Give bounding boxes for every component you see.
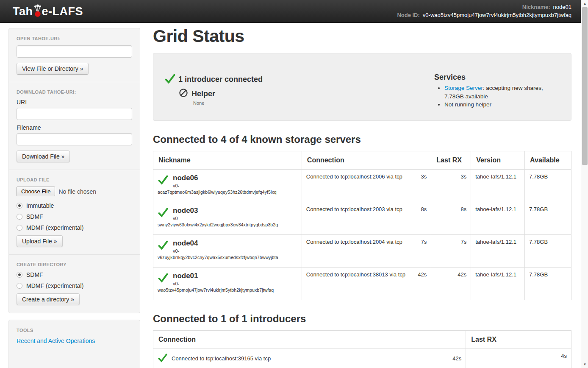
available-cell: 7.78GB (525, 268, 571, 300)
top-navbar: Tahe-LAFS Nickname: node01 Node ID: v0-w… (0, 0, 588, 23)
connected-check-icon (158, 240, 169, 252)
table-row: node01 v0- wao5tzv45pmoju47jow7rvl4ukirj… (153, 268, 571, 300)
view-file-button[interactable]: View File or Directory » (17, 63, 89, 75)
last-rx-cell: 7s (431, 235, 471, 268)
tools-panel: TOOLS Recent and Active Operations (8, 320, 140, 368)
page-title: Grid Status (153, 26, 571, 46)
create-directory-heading: CREATE DIRECTORY (17, 262, 132, 267)
radio-icon[interactable] (17, 214, 22, 220)
storage-server-link[interactable]: Storage Server (444, 85, 483, 91)
node-hash: acaz7qptmeo6m3asjlgkb6iwlyuqey53hz26tbdm… (158, 190, 297, 195)
filename-field-label: Filename (17, 124, 132, 131)
dir-format-sdmf[interactable]: SDMF (17, 271, 132, 278)
introducer-status-text: 1 introducer connected (178, 75, 263, 84)
upload-format-mdmf[interactable]: MDMF (experimental) (17, 224, 132, 231)
node-hash: wao5tzv45pmoju47jow7rvl4ukirjm5ytbh2kjty… (158, 287, 297, 293)
col-nickname: Nickname (153, 151, 302, 170)
section-divider (9, 254, 140, 255)
upload-format-immutable[interactable]: Immutable (17, 202, 132, 209)
recent-operations-link[interactable]: Recent and Active Operations (17, 337, 95, 344)
open-uri-input[interactable] (17, 45, 132, 58)
col-available: Available (525, 151, 571, 170)
service-storage-item: Storage Server: accepting new shares, 7.… (444, 84, 563, 100)
upload-format-sdmf[interactable]: SDMF (17, 213, 132, 220)
last-rx-cell: 3s (431, 170, 471, 202)
tahoe-lafs-app: Tahe-LAFS Nickname: node01 Node ID: v0-w… (0, 0, 588, 368)
scrollbar[interactable]: ▲ ▼ (581, 0, 588, 368)
available-cell: 7.78GB (525, 235, 571, 268)
helper-title: Helper (191, 89, 215, 98)
scroll-down-arrow[interactable]: ▼ (581, 361, 588, 368)
last-rx-cell: 4s (466, 349, 571, 368)
nickname-cell: node04 v0- v6zuyjkbrrkqy2bvc2cny7qwax5sx… (153, 235, 302, 268)
table-row: Connected to tcp:localhost:39165 via tcp… (153, 349, 571, 368)
create-directory-section: CREATE DIRECTORY SDMF MDMF (experimental… (17, 262, 132, 305)
brand-text-post: e-LAFS (42, 5, 83, 18)
version-cell: tahoe-lafs/1.12.1 (471, 268, 525, 300)
col-last-rx: Last RX (466, 331, 571, 349)
connected-check-icon (158, 207, 169, 219)
helper-disabled-icon (179, 88, 188, 99)
nickname-cell: node06 v0- acaz7qptmeo6m3asjlgkb6iwlyuqe… (153, 170, 302, 202)
download-file-button[interactable]: Download File » (17, 151, 70, 162)
radio-icon[interactable] (17, 225, 22, 231)
services-panel: Services Storage Server: accepting new s… (434, 73, 563, 113)
nickname-value: node01 (553, 3, 571, 11)
connected-check-icon (158, 272, 169, 284)
connection-cell: Connected to tcp:localhost:2003 via tcp8… (302, 202, 431, 235)
node-id-value: v0-wao5tzv45pmoju47jow7rvl4ukirjm5ytbh2k… (423, 11, 571, 19)
helper-value: None (193, 100, 434, 106)
scroll-up-arrow[interactable]: ▲ (581, 0, 588, 7)
app-logo[interactable]: Tahe-LAFS (13, 0, 83, 23)
table-header-row: Connection Last RX (153, 331, 571, 349)
download-uri-input[interactable] (17, 108, 132, 120)
table-row: node04 v0- v6zuyjkbrrkqy2bvc2cny7qwax5sx… (153, 235, 571, 268)
services-heading: Services (434, 73, 563, 82)
dir-format-mdmf[interactable]: MDMF (experimental) (17, 282, 132, 289)
col-version: Version (471, 151, 525, 170)
connection-cell: Connected to tcp:localhost:39165 via tcp… (153, 349, 466, 368)
col-connection: Connection (153, 331, 466, 349)
version-cell: tahoe-lafs/1.12.1 (471, 235, 525, 268)
nickname-cell: node03 v0- swny2viyw63ofxwi4x2yykd2woqjb… (153, 202, 302, 235)
status-summary-well: 1 introducer connected Helper None Servi… (153, 53, 571, 121)
table-header-row: Nickname Connection Last RX Version Avai… (153, 151, 571, 170)
available-cell: 7.78GB (525, 202, 571, 235)
upload-file-section: UPLOAD FILE Choose File No file chosen I… (17, 177, 132, 247)
node-hash: v6zuyjkbrrkqy2bvc2cny7qwax5sxumedsxfzfjw… (158, 255, 297, 260)
scrollbar-thumb[interactable] (582, 7, 588, 165)
upload-file-button[interactable]: Upload File » (17, 235, 63, 247)
radio-icon[interactable] (17, 283, 22, 289)
brand-text-pre: Tah (13, 5, 33, 18)
create-directory-button[interactable]: Create a directory » (17, 293, 80, 305)
sidebar: OPEN TAHOE-URI: View File or Directory »… (8, 28, 140, 368)
open-uri-section: OPEN TAHOE-URI: View File or Directory » (17, 36, 132, 75)
connected-check-icon (158, 353, 168, 364)
service-helper-item: Not running helper (444, 100, 563, 109)
node-info: Nickname: node01 Node ID: v0-wao5tzv45pm… (397, 3, 571, 19)
last-rx-cell: 42s (431, 268, 471, 300)
choose-file-button[interactable]: Choose File (17, 187, 55, 196)
connection-cell: Connected to tcp:localhost:38013 via tcp… (302, 268, 431, 300)
introducers-heading: Connected to 1 of 1 introducers (153, 313, 571, 325)
upload-file-heading: UPLOAD FILE (17, 177, 132, 182)
table-row: node06 v0- acaz7qptmeo6m3asjlgkb6iwlyuqe… (153, 170, 571, 202)
connection-cell: Connected to tcp:localhost:2004 via tcp7… (302, 235, 431, 268)
radio-icon[interactable] (17, 272, 22, 278)
col-connection: Connection (302, 151, 431, 170)
storage-servers-heading: Connected to 4 of 4 known storage server… (153, 134, 571, 145)
storage-servers-table: Nickname Connection Last RX Version Avai… (153, 151, 571, 300)
table-row: node03 v0- swny2viyw63ofxwi4x2yykd2woqjb… (153, 202, 571, 235)
main-content: Grid Status 1 introducer connected Helpe… (153, 23, 571, 368)
download-uri-heading: DOWNLOAD TAHOE-URI: (17, 89, 132, 95)
introducer-check-icon (164, 73, 176, 86)
radio-icon[interactable] (17, 203, 22, 209)
filename-input[interactable] (17, 133, 132, 145)
col-last-rx: Last RX (431, 151, 471, 170)
section-divider (9, 82, 140, 82)
available-cell: 7.78GB (525, 170, 571, 202)
status-left: 1 introducer connected Helper None (164, 73, 434, 113)
connection-cell: Connected to tcp:localhost:2006 via tcp3… (302, 170, 431, 202)
sidebar-forms-panel: OPEN TAHOE-URI: View File or Directory »… (8, 28, 140, 313)
file-status-text: No file chosen (58, 188, 96, 195)
